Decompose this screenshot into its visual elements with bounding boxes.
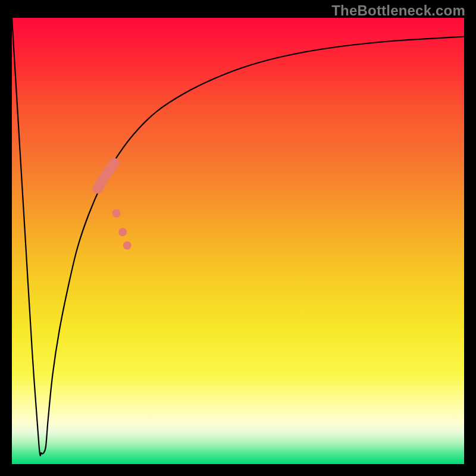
plot-area bbox=[12, 18, 464, 464]
watermark-text: TheBottleneck.com bbox=[331, 2, 465, 19]
chart-frame: TheBottleneck.com bbox=[0, 0, 476, 476]
data-marker bbox=[109, 158, 120, 169]
data-marker bbox=[118, 228, 127, 236]
data-marker bbox=[123, 242, 131, 250]
data-marker bbox=[112, 209, 121, 218]
plot-canvas bbox=[12, 18, 464, 464]
chart-svg bbox=[12, 18, 464, 464]
